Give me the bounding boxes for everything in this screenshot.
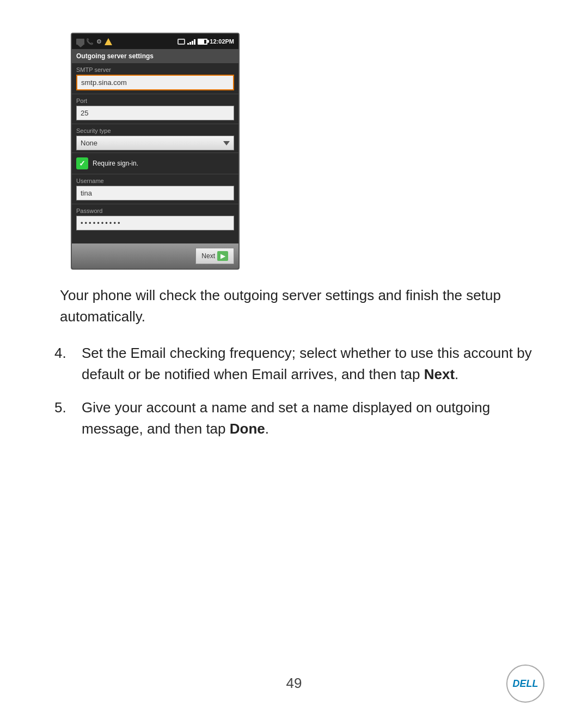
step-4-content: Set the Email checking frequency; select… (82, 343, 534, 385)
signal-icon (187, 38, 195, 45)
checkmark-icon: ✓ (79, 159, 85, 168)
bottom-bar: Next ▶ (72, 243, 238, 269)
step-4-after: . (455, 366, 458, 382)
page-container: 📞 ⚙ 12 (0, 0, 588, 719)
smtp-input[interactable] (76, 75, 234, 90)
next-button[interactable]: Next ▶ (195, 248, 234, 264)
security-dropdown[interactable]: None (76, 136, 234, 150)
step-4-text: Set the Email checking frequency; select… (82, 345, 532, 382)
app-header: Outgoing server settings (72, 49, 238, 63)
smtp-section: SMTP server (72, 63, 238, 94)
step-5-after: . (265, 421, 269, 437)
step-5-number: 5. (54, 397, 82, 418)
step-4-bold: Next (424, 366, 455, 382)
password-input[interactable] (76, 216, 234, 230)
username-input[interactable] (76, 186, 234, 200)
checkbox-checked-icon[interactable]: ✓ (76, 157, 88, 169)
dell-text: DELL (513, 678, 538, 690)
form-area: SMTP server Port Security type None (72, 63, 238, 243)
phone-icon: 📞 (86, 38, 94, 45)
step-5-item: 5. Give your account a name and set a na… (54, 397, 534, 440)
arrow-right-icon: ▶ (220, 252, 225, 260)
smtp-label: SMTP server (76, 66, 234, 73)
step-5-content: Give your account a name and set a name … (82, 397, 534, 440)
page-number: 49 (286, 675, 302, 692)
chevron-down-icon (223, 141, 230, 145)
port-label: Port (76, 98, 234, 104)
security-section: Security type None (72, 124, 238, 153)
security-label: Security type (76, 127, 234, 134)
dell-logo: DELL (506, 665, 544, 703)
require-signin-label: Require sign-in. (93, 160, 138, 167)
username-section: Username (72, 174, 238, 204)
app-header-title: Outgoing server settings (76, 52, 154, 60)
page-footer: 49 (0, 675, 588, 692)
step-4-number: 4. (54, 343, 82, 364)
step-4-item: 4. Set the Email checking frequency; sel… (54, 343, 534, 385)
message-icon (76, 39, 84, 45)
battery-icon (198, 39, 207, 45)
status-icons-right: 12:02PM (177, 38, 234, 45)
password-section: Password (72, 204, 238, 234)
sim-icon (177, 39, 185, 45)
phone-screenshot: 📞 ⚙ 12 (71, 33, 240, 270)
port-section: Port (72, 94, 238, 124)
next-arrow-icon: ▶ (217, 251, 228, 261)
spacer (72, 234, 238, 243)
status-bar: 📞 ⚙ 12 (72, 34, 238, 49)
status-time: 12:02PM (210, 38, 234, 45)
step-5-text: Give your account a name and set a name … (82, 399, 490, 437)
port-input[interactable] (76, 106, 234, 120)
password-label: Password (76, 208, 234, 214)
security-value: None (81, 139, 97, 147)
warning-icon (105, 38, 112, 45)
step-5-bold: Done (230, 421, 265, 437)
intro-text: Your phone will check the outgoing serve… (54, 285, 534, 327)
username-label: Username (76, 178, 234, 184)
status-icons-left: 📞 ⚙ (76, 38, 112, 45)
next-label: Next (201, 252, 215, 260)
settings-icon: ⚙ (95, 38, 103, 45)
require-signin-row: ✓ Require sign-in. (72, 153, 238, 174)
